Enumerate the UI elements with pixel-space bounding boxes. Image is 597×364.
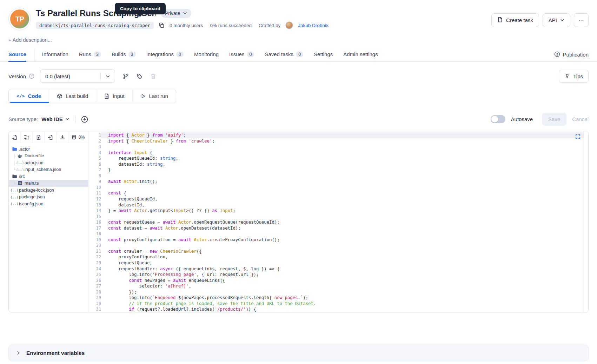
tree-item--actor[interactable]: .actor xyxy=(9,146,88,153)
tab-information[interactable]: Information xyxy=(42,48,68,61)
code-line[interactable]: 11const { xyxy=(88,190,588,196)
tips-label: Tips xyxy=(573,73,583,79)
code-line[interactable]: 2import { CheerioCrawler } from 'crawlee… xyxy=(88,138,588,144)
code-line[interactable]: 30 // If the product page is loaded, sav… xyxy=(88,301,588,307)
help-icon[interactable]: ? xyxy=(29,73,34,79)
code-line[interactable]: 26 const newPages = await enqueueLinks({ xyxy=(88,278,588,284)
code-line-content: proxyConfiguration, xyxy=(101,254,588,260)
code-line-content: }); xyxy=(101,289,588,295)
file-icon xyxy=(497,17,503,24)
tree-item-src[interactable]: src xyxy=(9,173,88,180)
download-icon[interactable] xyxy=(57,131,68,143)
fullscreen-icon[interactable] xyxy=(575,134,581,139)
tab-saved-tasks[interactable]: Saved tasks0 xyxy=(265,48,303,61)
code-line[interactable]: 23 requestQueue, xyxy=(88,260,588,266)
tab-count-badge: 0 xyxy=(247,52,254,57)
tab-source[interactable]: Source xyxy=(8,48,26,61)
code-line[interactable]: 22 proxyConfiguration, xyxy=(88,254,588,260)
code-line[interactable]: 21const crawler = new CheerioCrawler({ xyxy=(88,249,588,254)
code-line[interactable]: 27 selector: 'a[href]', xyxy=(88,283,588,289)
code-line[interactable]: 6 datasetId: string; xyxy=(88,161,588,167)
tree-item-package-json[interactable]: {..}package.json xyxy=(9,194,88,201)
tab-issues[interactable]: Issues0 xyxy=(229,48,254,61)
api-button[interactable]: API xyxy=(543,13,570,27)
tree-item-actor-json[interactable]: ├{..}actor.json xyxy=(9,159,88,166)
add-description-button[interactable]: + Add description... xyxy=(8,37,597,43)
database-icon xyxy=(72,135,77,140)
new-folder-icon[interactable] xyxy=(21,131,33,143)
header: TP Ts Parallel Runs Scraping Scraper Pri… xyxy=(0,0,597,30)
tree-item-tsconfig-json[interactable]: {..}tsconfig.json xyxy=(9,200,88,207)
code-line-content xyxy=(101,214,588,220)
actor-id-badge[interactable]: drobnikj/ts-parallel-runs-scraping-scrap… xyxy=(36,22,154,29)
code-line[interactable]: 20 xyxy=(88,243,588,249)
code-editor[interactable]: 1import { Actor } from 'apify';2import {… xyxy=(88,131,588,312)
editor-scrollbar[interactable] xyxy=(584,131,588,312)
code-line[interactable]: 17const dataset = await Actor.openDatase… xyxy=(88,225,588,231)
code-line[interactable]: 28 }); xyxy=(88,289,588,295)
new-file-icon[interactable] xyxy=(9,131,21,143)
tree-item-label: src xyxy=(19,174,25,179)
code-line-content: log.info('Processing page', { url: reque… xyxy=(101,272,588,278)
code-line[interactable]: 7} xyxy=(88,167,588,173)
code-line[interactable]: 3 xyxy=(88,144,588,150)
environment-variables-section[interactable]: Environment variables xyxy=(8,345,589,361)
code-line[interactable]: 5 requestQueueId: string; xyxy=(88,155,588,161)
tree-item-label: package.json xyxy=(19,194,45,199)
source-type-select[interactable]: Web IDE xyxy=(41,116,69,122)
version-select[interactable]: 0.0 (latest) xyxy=(40,70,115,83)
upload-file-icon[interactable] xyxy=(33,131,45,143)
line-number: 11 xyxy=(88,190,101,196)
subtab-last-run[interactable]: Last run xyxy=(133,89,176,103)
save-button[interactable]: Save xyxy=(542,113,566,126)
tree-item-dockerfile[interactable]: ├Dockerfile xyxy=(9,153,88,160)
move-file-icon[interactable] xyxy=(45,131,57,143)
tag-icon[interactable] xyxy=(137,73,142,79)
chevron-down-icon xyxy=(65,116,69,122)
code-line[interactable]: 4interface Input { xyxy=(88,150,588,156)
author-link[interactable]: Jakub Drobník xyxy=(298,23,329,28)
cancel-button[interactable]: Cancel xyxy=(572,116,589,122)
tab-publication[interactable]: $ Publication xyxy=(554,48,589,61)
download-source-icon[interactable] xyxy=(81,116,88,123)
code-line[interactable]: 14} = await Actor.getInput<Input>() ?? {… xyxy=(88,208,588,214)
tree-item-package-lock-json[interactable]: {..}package-lock.json xyxy=(9,187,88,194)
git-branch-icon[interactable] xyxy=(123,73,129,79)
code-line[interactable]: 19const proxyConfiguration = await Actor… xyxy=(88,237,588,243)
code-line[interactable]: 31 if (request?.loadedUrl?.includes('/pr… xyxy=(88,306,588,312)
autosave-toggle[interactable] xyxy=(491,115,505,123)
subtab-last-build[interactable]: Last build xyxy=(49,89,96,103)
code-line[interactable]: 16const requestQueue = await Actor.openR… xyxy=(88,219,588,225)
tab-admin-settings[interactable]: Admin settings xyxy=(343,48,378,61)
code-line[interactable]: 15 xyxy=(88,214,588,220)
code-line[interactable]: 29 log.info(`Enqueued ${newPages.process… xyxy=(88,295,588,301)
code-line[interactable]: 10 xyxy=(88,185,588,191)
code-line[interactable]: 18 xyxy=(88,231,588,237)
create-task-button[interactable]: Create task xyxy=(491,13,539,27)
tips-button[interactable]: Tips xyxy=(559,70,589,83)
code-line[interactable]: 1import { Actor } from 'apify'; xyxy=(88,132,588,138)
more-button[interactable]: ⋯ xyxy=(574,13,589,27)
file-icon xyxy=(104,93,110,99)
source-subtabs: </>CodeLast buildInputLast run xyxy=(8,89,176,103)
code-line-content: requestQueue, xyxy=(101,260,588,266)
copy-icon[interactable] xyxy=(159,22,165,28)
tab-monitoring[interactable]: Monitoring xyxy=(194,48,219,61)
code-line[interactable]: 13 datasetId, xyxy=(88,202,588,208)
tab-runs[interactable]: Runs3 xyxy=(79,48,101,61)
code-line[interactable]: 24 requestHandler: async ({ enqueueLinks… xyxy=(88,266,588,272)
autosave-label: Autosave xyxy=(511,116,533,122)
tree-item-main-ts[interactable]: └TSmain.ts xyxy=(9,180,88,187)
code-line[interactable]: 25 log.info('Processing page', { url: re… xyxy=(88,272,588,278)
subtab-input[interactable]: Input xyxy=(96,89,132,103)
code-line[interactable]: 8 xyxy=(88,173,588,179)
storage-usage: 8% xyxy=(68,131,88,143)
tab-integrations[interactable]: Integrations0 xyxy=(146,48,184,61)
subtab-code[interactable]: </>Code xyxy=(9,89,49,103)
code-line[interactable]: 12 requestQueueId, xyxy=(88,196,588,202)
code-line[interactable]: 9await Actor.init(); xyxy=(88,179,588,185)
delete-version-icon[interactable] xyxy=(150,73,156,79)
tab-builds[interactable]: Builds3 xyxy=(112,48,136,61)
tab-settings[interactable]: Settings xyxy=(314,48,333,61)
tree-item-input-schema-json[interactable]: └{..}input_schema.json xyxy=(9,166,88,173)
